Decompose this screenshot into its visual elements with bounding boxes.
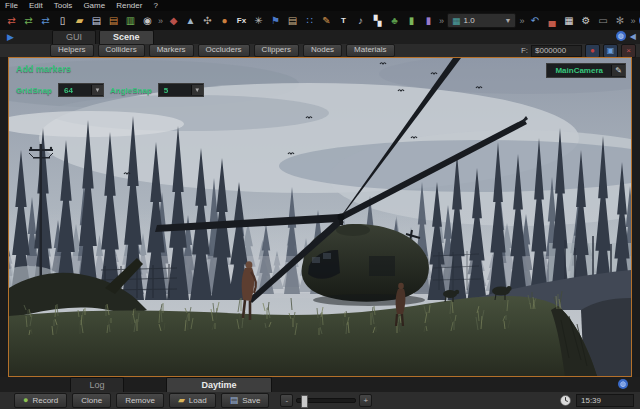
slider-plus-button[interactable]: +: [359, 394, 372, 407]
frame-color-field[interactable]: $000000: [531, 45, 582, 57]
game-editor-window: { "menu": { "items": ["File", "Edit", "T…: [0, 0, 640, 409]
viewport-3d-scene: [9, 58, 631, 376]
grid-snap-label: GridSnap: [16, 86, 52, 95]
new-file-icon[interactable]: ▯: [55, 13, 70, 28]
export-icon[interactable]: ▥: [123, 13, 138, 28]
menu-item-help[interactable]: ?: [153, 1, 157, 10]
slider-track[interactable]: [296, 398, 356, 403]
disc-icon[interactable]: ◉: [140, 13, 155, 28]
frame-label: F:: [521, 46, 528, 55]
grid-icon[interactable]: ▦: [562, 13, 577, 28]
vegetation-icon[interactable]: ♣: [387, 13, 402, 28]
footstep-icon[interactable]: ✣: [200, 13, 215, 28]
terrain-icon[interactable]: ▲: [183, 13, 198, 28]
clone-button[interactable]: Clone: [72, 393, 111, 408]
slider-handle[interactable]: [301, 395, 308, 408]
category-button-materials[interactable]: Materials: [346, 44, 394, 57]
camera-capture-icon[interactable]: ▣: [603, 44, 618, 58]
text-tool-icon[interactable]: T: [336, 13, 351, 28]
category-button-clippers[interactable]: Clippers: [254, 44, 299, 57]
load-button[interactable]: ▰Load: [169, 393, 216, 408]
chevron-down-icon[interactable]: ▼: [191, 85, 203, 95]
save-icon[interactable]: ▤: [89, 13, 104, 28]
record-frame-icon[interactable]: ●: [585, 44, 600, 58]
view-tab-bar: ▶ GUIScene ◍ ◀: [0, 30, 640, 44]
open-folder-icon[interactable]: ▰: [72, 13, 87, 28]
bottom-settings-icon[interactable]: ◍: [618, 379, 628, 389]
category-button-markers[interactable]: Markers: [149, 44, 194, 57]
settings-gear-icon[interactable]: ⚙: [579, 13, 594, 28]
toolbar-separator-icon: »: [158, 16, 163, 26]
tab-gui[interactable]: GUI: [52, 30, 96, 44]
viewport-settings-icon[interactable]: ◍: [616, 31, 626, 41]
angle-snap-label: AngleSnap: [110, 86, 152, 95]
toolbar-separator-icon: »: [631, 16, 636, 26]
button-label: Load: [189, 396, 207, 405]
menu-item-game[interactable]: Game: [83, 1, 105, 10]
hierarchy-icon[interactable]: ∷: [302, 13, 317, 28]
toolbar-separator-icon: »: [439, 16, 444, 26]
button-label: Save: [242, 396, 260, 405]
button-label: Remove: [125, 396, 155, 405]
file-green-icon[interactable]: ▮: [404, 13, 419, 28]
record-orb-icon: ●: [23, 396, 28, 405]
angle-snap-select[interactable]: 5 ▼: [158, 83, 204, 97]
viewport-3d[interactable]: Add markers GridSnap 64 ▼ AngleSnap 5 ▼ …: [8, 57, 632, 377]
category-button-occluders[interactable]: Occluders: [198, 44, 250, 57]
category-button-colliders[interactable]: Colliders: [98, 44, 145, 57]
cart-icon[interactable]: ▄: [545, 13, 560, 28]
category-button-nodes[interactable]: Nodes: [303, 44, 342, 57]
sync-scene-green-icon[interactable]: ⇄: [21, 13, 36, 28]
wheel-icon[interactable]: ✳: [251, 13, 266, 28]
chevron-down-icon[interactable]: ▼: [91, 85, 103, 95]
disable-capture-icon[interactable]: ×: [621, 44, 636, 58]
tab-scene[interactable]: Scene: [99, 30, 154, 44]
tab-log[interactable]: Log: [70, 377, 124, 392]
daytime-toolbar: ●RecordCloneRemove▰Load▤Save - + 15:39: [0, 392, 640, 409]
save-floppy-icon: ▤: [230, 396, 239, 405]
image-thumb-icon: ▦: [452, 16, 461, 26]
snap-controls: GridSnap 64 ▼ AngleSnap 5 ▼: [16, 83, 204, 97]
time-field[interactable]: 15:39: [576, 394, 634, 407]
button-label: Clone: [81, 396, 102, 405]
save-as-icon[interactable]: ▤: [106, 13, 121, 28]
audio-icon[interactable]: ♪: [353, 13, 368, 28]
sync-scene-red-icon[interactable]: ⇄: [4, 13, 19, 28]
tool-hint-label: Add markers: [16, 64, 71, 74]
clock-icon: [560, 395, 571, 406]
scene-category-toolbar: HelpersCollidersMarkersOccludersClippers…: [0, 44, 640, 57]
record-button[interactable]: ●Record: [14, 393, 67, 408]
mesh-icon[interactable]: ◆: [166, 13, 181, 28]
undo-icon[interactable]: ↶: [528, 13, 543, 28]
menu-item-edit[interactable]: Edit: [29, 1, 43, 10]
effects-icon[interactable]: Fx: [234, 13, 249, 28]
planet-icon[interactable]: ●: [217, 13, 232, 28]
main-toolbar: ⇄⇄⇄▯▰▤▤▥◉»◆▲✣●Fx✳⚑▤∷✎T♪▚♣▮▮»▦1.0▼»↶▄▦⚙▭✻…: [0, 11, 640, 30]
grid-snap-select[interactable]: 64 ▼: [58, 83, 104, 97]
edit-camera-icon[interactable]: ✎: [611, 65, 625, 76]
category-button-helpers[interactable]: Helpers: [50, 44, 94, 57]
camera-select[interactable]: MainCamera ✎: [546, 63, 626, 78]
button-label: Record: [32, 396, 58, 405]
zoom-select[interactable]: ▦1.0▼: [447, 13, 516, 28]
panel-icon[interactable]: ▭: [596, 13, 611, 28]
tab-daytime[interactable]: Daytime: [166, 377, 272, 392]
snowflake-icon[interactable]: ✻: [613, 13, 628, 28]
remove-button[interactable]: Remove: [116, 393, 164, 408]
save-button[interactable]: ▤Save: [221, 393, 270, 408]
slider-minus-button[interactable]: -: [280, 394, 293, 407]
clipboard-icon[interactable]: ▤: [285, 13, 300, 28]
load-folder-icon: ▰: [178, 396, 185, 405]
bottom-tab-bar: LogDaytime◍: [0, 377, 640, 392]
flag-icon[interactable]: ⚑: [268, 13, 283, 28]
chevron-down-icon[interactable]: ▼: [505, 17, 512, 24]
menu-item-render[interactable]: Render: [116, 1, 142, 10]
menu-item-file[interactable]: File: [5, 1, 18, 10]
file-purple-icon[interactable]: ▮: [421, 13, 436, 28]
collapse-panel-icon[interactable]: ◀: [630, 32, 636, 41]
zoom-value: 1.0: [464, 16, 502, 25]
sync-scene-blue-icon[interactable]: ⇄: [38, 13, 53, 28]
edit-document-icon[interactable]: ✎: [319, 13, 334, 28]
menu-item-tools[interactable]: Tools: [54, 1, 73, 10]
checker-icon[interactable]: ▚: [370, 13, 385, 28]
